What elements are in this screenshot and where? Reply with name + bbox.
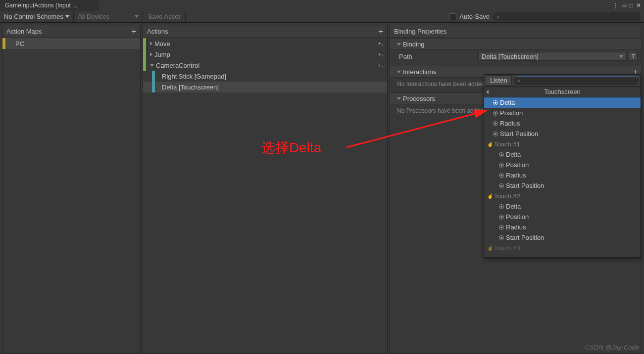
action-item[interactable]: Move +.	[143, 38, 387, 49]
action-maps-panel: Action Maps + PC	[2, 25, 141, 354]
accent-bar	[143, 38, 146, 49]
chevron-down-icon	[397, 43, 401, 45]
back-icon[interactable]	[486, 90, 489, 94]
binding-section-header[interactable]: Binding	[390, 38, 642, 50]
dropdown-option[interactable]: Radius	[484, 118, 641, 129]
dropdown-option-label: Radius	[500, 120, 520, 127]
dropdown-breadcrumb: Touchscreen	[484, 87, 641, 97]
dropdown-option[interactable]: Start Position	[484, 180, 641, 191]
path-value: Delta [Touchscreen]	[482, 53, 539, 60]
titlebar: GameInputActions (Input ... ⋮ ▭ □ ✕	[0, 0, 644, 11]
radio-icon	[493, 100, 498, 105]
minimize-icon[interactable]: ▭	[621, 2, 627, 9]
path-dropdown[interactable]: Delta [Touchscreen]	[478, 52, 627, 61]
add-binding-button[interactable]: +.	[378, 62, 387, 69]
binding-item[interactable]: Delta [Touchscreen]	[143, 82, 387, 92]
chevron-down-icon	[619, 55, 623, 58]
toolbar-search-input[interactable]: ⌕	[493, 12, 641, 21]
autosave-checkbox[interactable]	[449, 13, 456, 20]
maximize-icon[interactable]: □	[630, 2, 633, 9]
action-map-item[interactable]: PC	[2, 38, 140, 49]
dropdown-group-label: Touch #2	[494, 192, 520, 200]
control-scheme-dropdown[interactable]: No Control Schemes	[0, 11, 74, 22]
dropdown-option[interactable]: Start Position	[484, 232, 641, 243]
add-action-map-button[interactable]: +	[132, 27, 136, 36]
action-map-label: PC	[5, 40, 24, 47]
binding-label: Right Stick [Gamepad]	[162, 73, 387, 80]
listen-button[interactable]: Listen	[486, 75, 512, 86]
dropdown-option[interactable]: Position	[484, 108, 641, 118]
dropdown-option-label: Delta	[500, 99, 515, 106]
radio-icon	[499, 215, 504, 220]
hand-icon: ☝	[487, 141, 492, 147]
radio-icon	[499, 204, 504, 209]
window-tab[interactable]: GameInputActions (Input ...	[0, 0, 99, 11]
dropdown-option[interactable]: Delta	[484, 149, 641, 160]
dropdown-option-label: Position	[506, 161, 529, 169]
binding-properties-title: Binding Properties	[394, 28, 446, 35]
dropdown-title: Touchscreen	[544, 88, 581, 95]
binding-item[interactable]: Right Stick [Gamepad]	[143, 71, 387, 82]
search-icon: ⌕	[496, 14, 499, 19]
radio-icon	[499, 163, 504, 168]
add-binding-button[interactable]: +.	[378, 51, 387, 58]
path-label: Path	[394, 53, 478, 60]
search-icon: ⌕	[517, 78, 520, 83]
dropdown-option[interactable]: Delta	[484, 201, 641, 212]
action-maps-header: Action Maps +	[2, 25, 140, 38]
dropdown-option-label: Delta	[506, 151, 521, 158]
control-scheme-label: No Control Schemes	[4, 13, 63, 20]
dropdown-option[interactable]: Radius	[484, 170, 641, 180]
window-controls: ⋮ ▭ □ ✕	[612, 2, 644, 9]
action-label: CameraControl	[156, 62, 378, 69]
save-asset-button[interactable]: Save Asset	[143, 11, 186, 22]
interactions-section-label: Interactions	[403, 68, 436, 76]
dropdown-search-input[interactable]: ⌕	[514, 76, 639, 85]
radio-icon	[499, 152, 504, 157]
add-binding-button[interactable]: +.	[378, 40, 387, 47]
chevron-down-icon	[397, 97, 401, 100]
action-maps-title: Action Maps	[6, 28, 42, 35]
dropdown-group[interactable]: ☝Touch #2	[484, 191, 641, 201]
processors-section-label: Processors	[403, 95, 435, 102]
dropdown-option[interactable]: Position	[484, 212, 641, 222]
chevron-down-icon	[65, 15, 69, 18]
action-item[interactable]: CameraControl +.	[143, 60, 387, 71]
devices-dropdown[interactable]: All Devices	[74, 11, 143, 22]
path-row: Path Delta [Touchscreen] T	[390, 50, 642, 63]
dropdown-option-label: Position	[506, 213, 529, 221]
dropdown-group[interactable]: ☝Touch #3	[484, 243, 641, 253]
dropdown-option[interactable]: Radius	[484, 222, 641, 232]
chevron-down-icon	[150, 64, 154, 67]
radio-icon	[493, 121, 498, 126]
radio-icon	[499, 183, 504, 188]
add-action-button[interactable]: +	[379, 27, 383, 36]
chevron-right-icon	[150, 52, 152, 56]
chevron-down-icon	[135, 15, 139, 18]
path-picker-dropdown: Listen ⌕ Touchscreen DeltaPositionRadius…	[484, 74, 641, 258]
accent-bar	[143, 60, 146, 71]
radio-icon	[499, 173, 504, 178]
action-item[interactable]: Jump +.	[143, 49, 387, 60]
binding-properties-header: Binding Properties	[390, 25, 642, 38]
dropdown-option[interactable]: Start Position	[484, 129, 641, 139]
dropdown-option-label: Radius	[506, 172, 526, 179]
radio-icon	[499, 225, 504, 230]
radio-icon	[493, 132, 498, 136]
path-t-button[interactable]: T	[629, 52, 638, 61]
accent-bar	[143, 49, 146, 60]
dropdown-option[interactable]: Delta	[484, 97, 641, 108]
dropdown-option[interactable]: Position	[484, 160, 641, 170]
dropdown-group-label: Touch #3	[494, 244, 520, 252]
menu-icon[interactable]: ⋮	[612, 2, 618, 9]
dropdown-option-label: Start Position	[500, 130, 538, 137]
binding-section-label: Binding	[403, 41, 424, 48]
radio-icon	[493, 111, 498, 116]
dropdown-group[interactable]: ☝Touch #1	[484, 139, 641, 149]
accent-bar	[152, 82, 155, 92]
dropdown-option-label: Delta	[506, 203, 521, 210]
action-label: Move	[154, 40, 378, 47]
actions-title: Actions	[147, 28, 168, 35]
close-icon[interactable]: ✕	[636, 2, 641, 9]
autosave-label: Auto-Save	[459, 13, 490, 20]
